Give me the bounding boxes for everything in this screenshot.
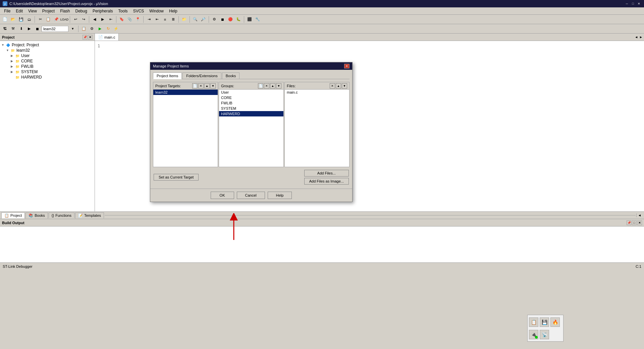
group-item-core[interactable]: CORE [219, 95, 283, 100]
cancel-btn[interactable]: Cancel [237, 192, 265, 199]
groups-up-btn[interactable]: ▲ [270, 83, 275, 89]
file-mainc-label: main.c [287, 90, 298, 94]
targets-panel: Project Targets: 📄 ✕ ▲ ▼ learn32 [153, 82, 218, 167]
targets-header: Project Targets: 📄 ✕ ▲ ▼ [153, 82, 218, 90]
manage-project-dialog: Manage Project Items ✕ Project Items Fol… [150, 62, 353, 202]
targets-up-btn[interactable]: ▲ [204, 83, 210, 89]
modal-title-bar: Manage Project Items ✕ [150, 62, 352, 70]
groups-btns: 📄 ✕ ▲ ▼ [258, 83, 281, 89]
files-list: main.c [285, 90, 349, 167]
groups-new-btn[interactable]: 📄 [258, 83, 263, 89]
groups-panel: Groups: 📄 ✕ ▲ ▼ User CORE [219, 82, 284, 167]
help-btn[interactable]: Help [268, 192, 292, 199]
files-down-btn[interactable]: ▼ [342, 83, 347, 89]
files-btns: ✕ ▲ ▼ [330, 83, 347, 89]
group-harwerd-label: HARWERD [221, 112, 240, 116]
modal-tab-1-label: Folders/Extensions [186, 74, 218, 78]
modal-body: Project Items Folders/Extensions Books P… [150, 70, 352, 187]
set-current-target-btn[interactable]: Set as Current Target [154, 174, 199, 181]
target-item-learn32[interactable]: learn32 [153, 90, 218, 95]
modal-tab-project-items[interactable]: Project Items [153, 72, 182, 79]
modal-tab-folders[interactable]: Folders/Extensions [182, 72, 221, 79]
modal-close-btn[interactable]: ✕ [344, 64, 350, 68]
group-item-fwlib[interactable]: FWLIB [219, 100, 283, 106]
add-files-image-btn[interactable]: Add Files as Image... [304, 178, 349, 185]
add-files-wrapper: Add Files... Add Files as Image... [304, 170, 349, 185]
red-arrow-annotation [229, 213, 239, 241]
modal-title: Manage Project Items [153, 64, 189, 68]
targets-new-btn[interactable]: 📄 [192, 83, 198, 89]
modal-overlay: Manage Project Items ✕ Project Items Fol… [0, 0, 644, 349]
modal-tab-bar: Project Items Folders/Extensions Books [153, 72, 350, 79]
groups-list: User CORE FWLIB SYSTEM HARWERD [219, 90, 283, 167]
group-system-label: SYSTEM [221, 106, 236, 110]
three-column-layout: Project Targets: 📄 ✕ ▲ ▼ learn32 [153, 82, 350, 167]
modal-tab-0-label: Project Items [157, 74, 178, 78]
target-learn32-label: learn32 [155, 90, 168, 94]
targets-btns: 📄 ✕ ▲ ▼ [192, 83, 216, 89]
modal-footer: OK Cancel Help [150, 189, 352, 202]
modal-inner-bottom: Set as Current Target Add Files... Add F… [153, 170, 350, 185]
files-delete-btn[interactable]: ✕ [330, 83, 335, 89]
modal-tab-2-label: Books [226, 74, 236, 78]
set-current-target-wrapper: Set as Current Target [154, 174, 199, 181]
targets-list: learn32 [153, 90, 218, 167]
ok-btn[interactable]: OK [211, 192, 234, 199]
files-panel: Files: ✕ ▲ ▼ main.c [284, 82, 350, 167]
groups-label: Groups: [221, 84, 234, 88]
add-files-btn[interactable]: Add Files... [304, 170, 349, 177]
group-core-label: CORE [221, 96, 232, 100]
files-up-btn[interactable]: ▲ [336, 83, 341, 89]
group-item-user[interactable]: User [219, 90, 283, 95]
file-item-mainc[interactable]: main.c [285, 90, 349, 95]
modal-tab-books[interactable]: Books [222, 72, 240, 79]
targets-label: Project Targets: [155, 84, 181, 88]
targets-down-btn[interactable]: ▼ [210, 83, 216, 89]
groups-down-btn[interactable]: ▼ [276, 83, 281, 89]
files-label: Files: [287, 84, 296, 88]
files-header: Files: ✕ ▲ ▼ [285, 82, 349, 90]
targets-delete-btn[interactable]: ✕ [198, 83, 204, 89]
groups-header: Groups: 📄 ✕ ▲ ▼ [219, 82, 283, 90]
groups-delete-btn[interactable]: ✕ [264, 83, 269, 89]
group-item-harwerd[interactable]: HARWERD [219, 111, 283, 116]
group-user-label: User [221, 90, 229, 94]
group-fwlib-label: FWLIB [221, 101, 232, 105]
group-item-system[interactable]: SYSTEM [219, 106, 283, 111]
